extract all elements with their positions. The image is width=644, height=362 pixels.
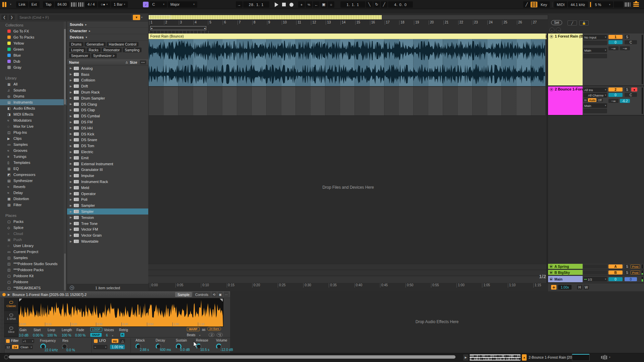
sample-waveform-display[interactable]: 0:000:100:200:300:400:501:001:10 — [18, 298, 223, 327]
library-item[interactable]: ◧ Audio Effects — [0, 105, 66, 111]
main-track-name[interactable]: ▶ Main — [548, 276, 583, 282]
track-2-output-channel[interactable] — [583, 109, 607, 113]
device-tag[interactable]: Sequencer — [69, 53, 90, 58]
device-list-item[interactable]: ▶ Drum Sampler — [67, 95, 148, 101]
device-list-item[interactable]: ▶ Electric — [67, 149, 148, 155]
device-list-item[interactable]: ▶ Impulse — [67, 173, 148, 179]
device-tag[interactable]: Sampling — [123, 48, 142, 52]
device-list-item[interactable]: ▶ DS FM — [67, 119, 148, 125]
device-list-item[interactable]: ▶ Tension — [67, 215, 148, 221]
ableton-logo-icon[interactable] — [2, 2, 7, 7]
envelope-value[interactable]: 2.88 s — [140, 348, 149, 352]
track-2-pan-knob[interactable]: 0 — [608, 93, 623, 97]
library-item[interactable]: ▯ Templates — [0, 160, 66, 166]
logo-chevron-icon[interactable]: ▾ — [10, 3, 11, 6]
expand-arrow-icon[interactable]: ▶ — [70, 97, 74, 100]
loop-start-field[interactable]: 1. 1. 1 — [340, 1, 365, 8]
track-2-arm-button[interactable]: ● — [631, 87, 637, 92]
quantize-menu[interactable]: 1 Bar▾ — [111, 1, 128, 8]
expand-arrow-icon[interactable]: ▶ — [70, 168, 74, 171]
filter-toggle[interactable] — [6, 339, 10, 343]
expand-arrow-icon[interactable]: ▶ — [70, 150, 74, 154]
device-more-icon[interactable]: ··· — [224, 292, 229, 297]
track-height-button[interactable]: H — [577, 285, 582, 290]
return-b-pre-post[interactable]: Post — [631, 270, 640, 275]
link-button[interactable]: Link — [16, 1, 28, 8]
filter-funnel-icon[interactable]: ▼ — [133, 15, 140, 20]
nudge-down-icon[interactable] — [71, 2, 76, 7]
time-signature-field[interactable]: 4 / 4 — [85, 1, 97, 8]
collection-item[interactable]: Dub — [0, 58, 66, 64]
track-1-pan-knob[interactable]: 0 — [608, 40, 623, 44]
library-item[interactable]: ♫ Sounds — [0, 87, 66, 93]
monitor-auto-button[interactable]: Auto — [588, 98, 596, 102]
return-b-solo[interactable]: S — [625, 270, 630, 275]
snap-toggle[interactable]: SNAP — [90, 333, 102, 337]
place-item[interactable]: ◇ Splice — [0, 225, 66, 231]
library-item[interactable]: ≡ Tunings — [0, 154, 66, 160]
fade-value[interactable]: 0.00 % — [75, 334, 86, 337]
library-item[interactable]: ▤ Instruments — [0, 99, 66, 105]
collection-item[interactable]: Gray — [0, 64, 66, 70]
track-1-unfold-icon[interactable]: ▼ — [549, 35, 553, 39]
device-tag[interactable]: Drums — [69, 42, 84, 47]
arrangement-position-field[interactable]: 28. 1. 1 — [243, 1, 269, 8]
library-item[interactable]: ▶ Clips — [0, 135, 66, 141]
library-item[interactable]: ▥ EQ — [0, 166, 66, 172]
device-list-item[interactable]: ▶ Granulator III — [67, 167, 148, 173]
tap-tempo-button[interactable]: Tap — [43, 1, 54, 8]
device-list-item[interactable]: ▶ Drum Rack — [67, 89, 148, 95]
lfo-hz-toggle[interactable]: Hz — [112, 339, 118, 343]
playback-speed-field[interactable]: 1.00x — [558, 285, 572, 290]
expand-arrow-icon[interactable]: ▶ — [70, 204, 74, 207]
lfo-rate-field[interactable]: 1.00 Hz — [110, 345, 125, 349]
track-2-header[interactable]: ▼ 2 Bounce 1-Fore All Ins▾ All Channe▾ I… — [548, 86, 644, 116]
device-list-item[interactable]: ▶ Simpler — [67, 208, 148, 215]
device-list-item[interactable]: ▶ Wavetable — [67, 238, 148, 244]
return-a-name[interactable]: ▶ A Spring — [548, 264, 583, 269]
playback-mode-button[interactable]: Slice — [4, 324, 18, 337]
search-input[interactable]: Search (Cmd + F) — [17, 14, 131, 20]
device-tag[interactable]: Hardware Control — [107, 42, 138, 47]
place-item[interactable]: ▭ Current Project — [0, 249, 66, 255]
return-a-fold-icon[interactable]: ▶ — [549, 264, 553, 268]
overview-viewport-box[interactable] — [149, 15, 170, 19]
punch-out-icon[interactable]: ╱ — [381, 1, 387, 8]
loop-end-marker-icon[interactable]: ◂ — [204, 27, 205, 30]
device-drag-strip[interactable] — [0, 298, 4, 353]
expand-arrow-icon[interactable]: ▶ — [70, 103, 74, 106]
device-list-item[interactable]: ▶ DS Tom — [67, 143, 148, 149]
envelope-value[interactable]: 600 ms — [160, 348, 171, 352]
next-locator-icon[interactable]: → — [556, 27, 561, 33]
midi-map-button[interactable]: MIDI — [554, 1, 567, 8]
loop-length-field[interactable]: 4. 0. 0 — [388, 1, 413, 8]
device-list-item[interactable]: ▶ DS Snare — [67, 137, 148, 143]
loop-value[interactable]: 100 % — [47, 334, 57, 337]
tempo-field[interactable]: 84.00 — [55, 1, 69, 8]
expand-arrow-icon[interactable]: ▶ — [70, 228, 74, 231]
return-b-box[interactable] — [583, 270, 607, 275]
place-item[interactable]: ▢ Poldoore Kit — [0, 273, 66, 279]
key-map-button[interactable]: Key — [538, 1, 550, 8]
current-clip-chip[interactable]: ▲ — [522, 354, 527, 361]
track-2-send-a[interactable]: −∞ — [608, 99, 619, 103]
filter-slope-12[interactable]: 12 — [5, 345, 11, 349]
library-item[interactable]: ≈ Delay — [0, 190, 66, 196]
browser-filter-row[interactable]: Sounds ▸ — [67, 21, 148, 28]
punch-in-icon[interactable]: ╲ — [366, 1, 373, 8]
place-item[interactable]: ◫ Samples — [0, 255, 66, 261]
scale-root-menu[interactable]: C▾ — [150, 1, 167, 8]
collection-item[interactable]: Go To FX — [0, 28, 66, 34]
device-list-item[interactable]: ▶ Drift — [67, 83, 148, 89]
expand-arrow-icon[interactable]: ▶ — [70, 109, 74, 112]
device-list-item[interactable]: ▶ DS Cymbal — [67, 113, 148, 119]
track-2-output-menu[interactable]: Main▾ — [583, 103, 607, 108]
place-item[interactable]: ◫ ***Poldoore Packs — [0, 267, 66, 273]
expand-arrow-icon[interactable]: ▶ — [70, 132, 74, 135]
place-item[interactable]: ▢ **BREAKBEATS — [0, 285, 66, 291]
envelope-value[interactable]: 0.0 dB — [180, 348, 190, 352]
library-item[interactable]: ≈ Reverb — [0, 184, 66, 190]
voices-chevron-icon[interactable]: ▾ — [112, 335, 113, 337]
device-tag[interactable]: Synthesizer > — [91, 53, 117, 58]
device-list-item[interactable]: ▶ DS HH — [67, 125, 148, 131]
